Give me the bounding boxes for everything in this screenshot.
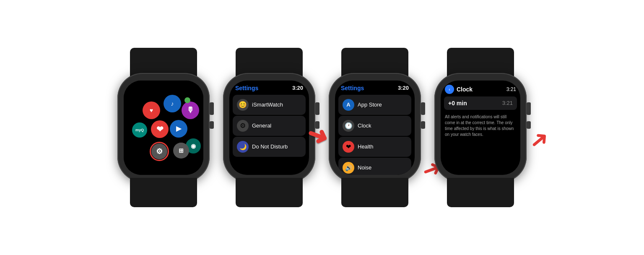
clock-icon: 🕐 [343,120,354,132]
settings-item-health[interactable]: ❤ Health [338,137,411,157]
clock-label: Clock [358,122,371,129]
general-icon: ⚙ [237,120,249,132]
crown-3 [421,102,425,115]
settings-list-2: 😊 iSmartWatch ⚙ General 🌙 Do Not Disturb [229,93,309,175]
settings-item-clock[interactable]: 🕐 Clock [338,116,411,136]
dnd-label: Do Not Disturb [252,143,288,150]
settings-list-3: A App Store 🕐 Clock ❤ Health 🔊 Noise [335,93,415,175]
app-calculator[interactable]: ⊞ [173,143,189,159]
status-time-2: 3:20 [292,85,303,91]
watch-4-outer: ‹ Clock 3:21 +0 min 3:21 All alerts and … [434,73,527,182]
crown-4 [527,102,531,115]
arrow-4: ➜ [524,125,556,158]
app-music[interactable]: ♪ [164,95,181,112]
watch-4-wrapper: ‹ Clock 3:21 +0 min 3:21 All alerts and … [434,73,527,182]
clock-detail: ‹ Clock 3:21 +0 min 3:21 All alerts and … [441,81,520,175]
status-bar-3: Settings 3:20 [335,81,415,93]
watch-1-wrapper: ♥ ♪ 🎙 myQ ❤ ▶ ◉ ⚙ ⊞ [117,73,210,182]
status-bar-2: Settings 3:20 [229,81,309,93]
app-grid: ♥ ♪ 🎙 myQ ❤ ▶ ◉ ⚙ ⊞ [124,81,203,175]
watch-2-outer: Settings 3:20 😊 iSmartWatch ⚙ General 🌙 … [223,73,315,182]
watch-3-wrapper: Settings 3:20 A App Store 🕐 Clock ❤ Heal… [329,73,421,182]
noise-icon: 🔊 [343,162,354,174]
band-bottom-2 [236,178,303,207]
band-bottom-1 [130,178,197,207]
clock-header-time: 3:21 [506,86,516,92]
clock-description: All alerts and notifications will still … [441,111,520,141]
settings-title-3: Settings [341,85,364,91]
watch-4-screen: ‹ Clock 3:21 +0 min 3:21 All alerts and … [441,81,520,175]
watch-1-screen: ♥ ♪ 🎙 myQ ❤ ▶ ◉ ⚙ ⊞ [124,81,203,175]
app-health[interactable]: ♥ [143,101,160,119]
clock-header: ‹ Clock 3:21 [441,81,520,96]
app-play[interactable]: ▶ [170,120,187,138]
watch-3-outer: Settings 3:20 A App Store 🕐 Clock ❤ Heal… [329,73,421,182]
band-bottom-4 [447,178,514,207]
settings-item-dnd[interactable]: 🌙 Do Not Disturb [233,137,306,157]
app-dot [184,97,190,103]
clock-offset: +0 min [448,100,467,107]
app-settings[interactable]: ⚙ [150,142,169,161]
crown-2 [315,102,319,115]
noise-label: Noise [358,164,371,171]
settings-item-appstore[interactable]: A App Store [338,95,411,115]
side-btn-4 [527,121,531,129]
side-btn-2 [315,121,319,129]
app-myq[interactable]: myQ [132,122,147,138]
clock-time-row[interactable]: +0 min 3:21 [444,96,517,110]
settings-title-2: Settings [235,85,258,91]
clock-current-time: 3:21 [502,100,513,106]
watch-2-screen: Settings 3:20 😊 iSmartWatch ⚙ General 🌙 … [229,81,309,175]
appstore-label: App Store [358,101,382,108]
app-podcasts[interactable]: 🎙 [182,101,199,119]
ismartwatch-icon: 😊 [237,99,249,111]
general-label: General [252,122,271,129]
watch-1-outer: ♥ ♪ 🎙 myQ ❤ ▶ ◉ ⚙ ⊞ [117,73,210,182]
side-btn-3 [421,121,425,129]
watches-container: ♥ ♪ 🎙 myQ ❤ ▶ ◉ ⚙ ⊞ [109,65,535,190]
back-button[interactable]: ‹ [445,85,454,94]
settings-item-noise[interactable]: 🔊 Noise [338,158,411,175]
settings-item-general[interactable]: ⚙ General [233,116,306,136]
status-time-3: 3:20 [398,85,409,91]
band-bottom-3 [341,178,408,207]
side-btn-1 [210,121,214,129]
watch-2-wrapper: Settings 3:20 😊 iSmartWatch ⚙ General 🌙 … [223,73,315,182]
health-label: Health [358,143,374,150]
health-icon: ❤ [343,141,354,153]
dnd-icon: 🌙 [237,141,249,153]
ismartwatch-label: iSmartWatch [252,101,283,108]
clock-screen-title: Clock [457,86,505,93]
crown-1 [210,102,214,115]
app-heart[interactable]: ❤ [151,120,169,138]
appstore-icon: A [343,99,354,111]
watch-3-screen: Settings 3:20 A App Store 🕐 Clock ❤ Heal… [335,81,415,175]
settings-item-ismartwatch[interactable]: 😊 iSmartWatch [233,95,306,115]
